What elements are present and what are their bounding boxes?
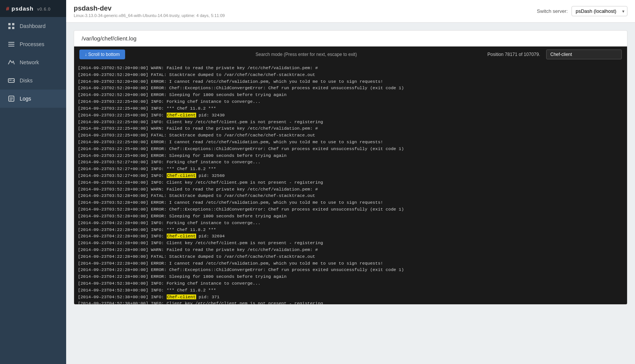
log-line: [2014-09-23T03:22:25+00:00] FATAL: Stack… [78, 132, 623, 139]
log-line: [2014-09-23T04:22:28+00:00] FATAL: Stack… [78, 253, 623, 260]
sidebar-item-logs[interactable]: Logs [0, 90, 66, 108]
log-line: [2014-09-23T03:52:27+00:00] INFO: *** Ch… [78, 166, 623, 172]
log-line: [2014-09-23T02:52:20+00:00] ERROR: I can… [78, 78, 623, 85]
server-select-wrapper[interactable]: psDash (localhost) [572, 6, 627, 16]
log-line: [2014-09-23T03:22:25+00:00] ERROR: I can… [78, 139, 623, 146]
scroll-to-bottom-button[interactable]: ↓ Scroll to bottom [79, 50, 125, 59]
svg-rect-4 [8, 42, 14, 43]
search-input[interactable] [546, 50, 622, 59]
log-line: [2014-09-23T03:22:25+00:00] INFO: Forkin… [78, 98, 623, 105]
search-mode-label: Search mode (Press enter for next, escap… [131, 52, 482, 57]
main-area: psdash-dev Linux-3.13.0-34-generic-x86_6… [66, 0, 635, 364]
sidebar-item-processes[interactable]: Processes [0, 35, 66, 53]
sidebar-item-logs-label: Logs [20, 96, 31, 102]
log-line: [2014-09-23T03:52:28+00:00] ERROR: I can… [78, 199, 623, 206]
log-body[interactable]: [2014-09-23T02:52:20+00:00] WARN: Failed… [74, 62, 627, 304]
logo-hash: # [6, 5, 9, 12]
svg-rect-11 [10, 98, 13, 98]
sidebar: # psdash v0.6.0 Dashboard Processes [0, 0, 66, 364]
log-line: [2014-09-23T03:22:25+00:00] INFO: *** Ch… [78, 105, 623, 112]
header: psdash-dev Linux-3.13.0-34-generic-x86_6… [66, 0, 635, 23]
log-line: [2014-09-23T04:22:28+00:00] ERROR: Chef:… [78, 266, 623, 273]
search-highlight: Chef-client [167, 173, 196, 178]
log-line: [2014-09-23T03:52:28+00:00] WARN: Failed… [78, 186, 623, 193]
svg-rect-5 [8, 44, 14, 45]
content-area: /var/log/chef/client.log ↓ Scroll to bot… [66, 23, 635, 364]
log-line: [2014-09-23T04:52:38+00:00] INFO: *** Ch… [78, 287, 623, 294]
log-line: [2014-09-23T02:52:20+00:00] WARN: Failed… [78, 65, 623, 71]
sidebar-logo: # psdash v0.6.0 [0, 0, 66, 17]
server-switcher: Switch server: psDash (localhost) [537, 6, 627, 16]
sidebar-item-network-label: Network [20, 59, 39, 65]
log-line: [2014-09-23T04:22:28+00:00] ERROR: Sleep… [78, 273, 623, 280]
log-line: [2014-09-23T03:22:25+00:00] WARN: Failed… [78, 125, 623, 132]
sidebar-item-disks-label: Disks [20, 77, 33, 84]
search-highlight: Chef-client [167, 294, 196, 299]
svg-rect-3 [12, 27, 14, 29]
svg-rect-1 [12, 23, 14, 25]
sidebar-item-processes-label: Processes [20, 41, 44, 47]
log-panel: /var/log/chef/client.log ↓ Scroll to bot… [74, 30, 627, 305]
sidebar-item-dashboard-label: Dashboard [20, 23, 46, 29]
search-highlight: Chef-client [167, 234, 196, 239]
sidebar-item-network[interactable]: Network [0, 53, 66, 71]
list-icon [8, 40, 15, 48]
log-line: [2014-09-23T03:52:28+00:00] ERROR: Chef:… [78, 206, 623, 213]
logs-icon [8, 95, 15, 102]
network-icon [8, 59, 15, 66]
log-line: [2014-09-23T04:22:28+00:00] INFO: Client… [78, 240, 623, 246]
log-line: [2014-09-23T02:52:20+00:00] ERROR: Sleep… [78, 91, 623, 98]
log-line: [2014-09-23T04:22:28+00:00] INFO: *** Ch… [78, 226, 623, 233]
grid-icon [8, 22, 15, 30]
disk-icon [8, 77, 15, 84]
log-line: [2014-09-23T03:22:25+00:00] INFO: Chef-c… [78, 112, 623, 119]
log-line: [2014-09-23T04:22:28+00:00] INFO: Chef-c… [78, 233, 623, 240]
log-line: [2014-09-23T03:52:27+00:00] INFO: Chef-c… [78, 172, 623, 179]
svg-rect-12 [10, 99, 13, 99]
server-select[interactable]: psDash (localhost) [572, 6, 627, 16]
log-line: [2014-09-23T03:52:27+00:00] INFO: Forkin… [78, 159, 623, 166]
log-line: [2014-09-23T03:22:25+00:00] INFO: Client… [78, 119, 623, 125]
log-line: [2014-09-23T02:52:20+00:00] ERROR: Chef:… [78, 85, 623, 91]
log-line: [2014-09-23T04:22:28+00:00] WARN: Failed… [78, 246, 623, 253]
log-line: [2014-09-23T04:52:38+00:00] INFO: Chef-c… [78, 294, 623, 300]
log-position-label: Position 78171 of 107079. [488, 52, 540, 57]
log-line: [2014-09-23T03:52:28+00:00] ERROR: Sleep… [78, 213, 623, 220]
header-left: psdash-dev Linux-3.13.0-34-generic-x86_6… [74, 5, 225, 18]
sidebar-item-dashboard[interactable]: Dashboard [0, 17, 66, 35]
log-line: [2014-09-23T03:52:28+00:00] INFO: Client… [78, 179, 623, 186]
switch-server-label: Switch server: [537, 8, 568, 14]
svg-rect-9 [9, 80, 12, 81]
logo-version: v0.6.0 [37, 7, 51, 11]
log-line: [2014-09-23T03:52:28+00:00] FATAL: Stack… [78, 192, 623, 199]
svg-rect-0 [8, 23, 11, 25]
log-line: [2014-09-23T04:22:28+00:00] INFO: Forkin… [78, 220, 623, 226]
log-line: [2014-09-23T02:52:20+00:00] FATAL: Stack… [78, 71, 623, 78]
sidebar-item-disks[interactable]: Disks [0, 71, 66, 90]
search-highlight: Chef-client [167, 113, 196, 118]
svg-point-8 [13, 80, 14, 81]
log-file-path: /var/log/chef/client.log [74, 31, 627, 46]
logo-text: psdash [12, 5, 34, 12]
svg-rect-13 [10, 100, 12, 101]
svg-rect-6 [8, 46, 14, 46]
log-line: [2014-09-23T03:22:25+00:00] ERROR: Sleep… [78, 152, 623, 159]
log-toolbar: ↓ Scroll to bottom Search mode (Press en… [74, 46, 627, 62]
system-subtitle: Linux-3.13.0-34-generic-x86_64-with-Ubun… [74, 13, 225, 18]
svg-rect-2 [8, 27, 11, 29]
page-title: psdash-dev [74, 5, 225, 12]
log-line: [2014-09-23T04:22:28+00:00] ERROR: I can… [78, 260, 623, 267]
log-line: [2014-09-23T04:52:38+00:00] INFO: Forkin… [78, 280, 623, 287]
log-line: [2014-09-23T03:22:25+00:00] ERROR: Chef:… [78, 146, 623, 152]
log-line: [2014-09-23T04:52:38+00:00] INFO: Client… [78, 300, 623, 304]
